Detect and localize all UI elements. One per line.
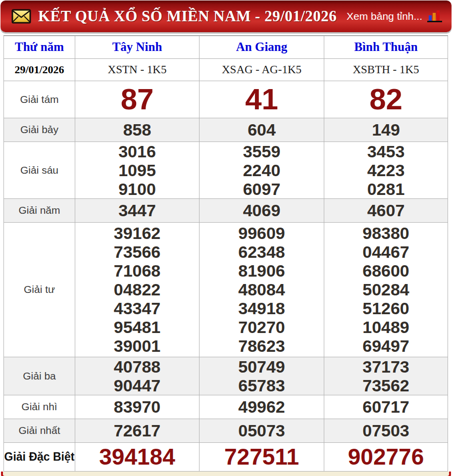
envelope-icon	[11, 9, 31, 24]
prize-number: 3559 2240 6097	[200, 142, 324, 198]
prize-label: Giải năm	[4, 198, 75, 222]
date-row: 29/01/2026 XSTN - 1K5 XSAG - AG-1K5 XSBT…	[4, 58, 448, 81]
prize-label: Giải Đặc Biệt	[4, 442, 75, 471]
lottery-results-widget: KẾT QUẢ XỔ SỐ MIỀN NAM - 29/01/2026 Xem …	[0, 0, 452, 476]
prize-number: 41	[200, 81, 324, 118]
prize-label: Giải tám	[4, 81, 75, 118]
prize-label: Giải nhất	[4, 419, 75, 442]
prize-number: 40788 90447	[75, 357, 200, 395]
prize-label: Giải nhì	[4, 395, 75, 419]
widget-footer	[1, 472, 451, 476]
prize-number: 4069	[200, 198, 324, 222]
prize-number: 727511	[200, 442, 324, 471]
prize-number: 82	[324, 81, 448, 118]
prize-row-giai-ba: Giải ba 40788 90447 50749 65783 37173 73…	[4, 357, 448, 395]
prize-number: 07503	[324, 419, 448, 442]
prize-number: 3016 1095 9100	[75, 142, 200, 198]
prize-number: 99609 62348 81906 48084 34918 70270 7862…	[200, 222, 324, 357]
prize-number: 50749 65783	[200, 357, 324, 395]
prize-number: 604	[200, 118, 324, 142]
prize-number: 87	[75, 81, 200, 118]
prize-number: 49962	[200, 395, 324, 419]
column-header-day: Thứ năm	[4, 36, 75, 58]
prize-row-giai-nam: Giải năm 3447 4069 4607	[4, 198, 448, 222]
bar-chart-icon	[427, 10, 443, 23]
prize-number: 83970	[75, 395, 200, 419]
page-title: KẾT QUẢ XỔ SỐ MIỀN NAM - 29/01/2026	[38, 7, 347, 25]
prize-label: Giải sáu	[4, 142, 75, 198]
day-link[interactable]: Thứ năm	[15, 40, 64, 53]
prize-label: Giải bảy	[4, 118, 75, 142]
prize-number: 3453 4223 0281	[324, 142, 448, 198]
prize-label: Giải ba	[4, 357, 75, 395]
results-table: Thứ năm Tây Ninh An Giang Bình Thuận 29/…	[3, 35, 448, 472]
draw-code: XSBTH - 1K5	[324, 58, 448, 81]
prize-number: 05073	[200, 419, 324, 442]
prize-row-giai-bay: Giải bảy 858 604 149	[4, 118, 448, 142]
prize-number: 60717	[324, 395, 448, 419]
prize-number: 4607	[324, 198, 448, 222]
column-header-binh-thuan: Bình Thuận	[324, 36, 448, 58]
prize-label: Giải tư	[4, 222, 75, 357]
draw-code: XSTN - 1K5	[75, 58, 200, 81]
prize-number: 394184	[75, 442, 200, 471]
prize-row-giai-dac-biet: Giải Đặc Biệt 394184 727511 902776	[4, 442, 448, 471]
prize-number: 858	[75, 118, 200, 142]
prize-number: 98380 04467 68600 50284 51260 10489 6949…	[324, 222, 448, 357]
province-link-tay-ninh[interactable]: Tây Ninh	[112, 40, 162, 53]
province-link-binh-thuan[interactable]: Bình Thuận	[354, 40, 417, 53]
prize-row-giai-tu: Giải tư 39162 73566 71068 04822 43347 95…	[4, 222, 448, 357]
view-province-table-label: Xem bảng tỉnh...	[347, 10, 422, 22]
prize-number: 3447	[75, 198, 200, 222]
column-header-an-giang: An Giang	[200, 36, 324, 58]
prize-row-giai-tam: Giải tám 87 41 82	[4, 81, 448, 118]
prize-number: 72617	[75, 419, 200, 442]
prize-row-giai-sau: Giải sáu 3016 1095 9100 3559 2240 6097 3…	[4, 142, 448, 198]
draw-code: XSAG - AG-1K5	[200, 58, 324, 81]
prize-number: 37173 73562	[324, 357, 448, 395]
column-header-tay-ninh: Tây Ninh	[75, 36, 200, 58]
prize-row-giai-nhat: Giải nhất 72617 05073 07503	[4, 419, 448, 442]
draw-date: 29/01/2026	[4, 58, 75, 81]
table-header-row: Thứ năm Tây Ninh An Giang Bình Thuận	[4, 36, 448, 58]
view-province-table-link[interactable]: Xem bảng tỉnh...	[347, 10, 443, 23]
header-bar: KẾT QUẢ XỔ SỐ MIỀN NAM - 29/01/2026 Xem …	[0, 0, 452, 32]
province-link-an-giang[interactable]: An Giang	[236, 40, 288, 53]
prize-number: 149	[324, 118, 448, 142]
prize-row-giai-nhi: Giải nhì 83970 49962 60717	[4, 395, 448, 419]
prize-number: 39162 73566 71068 04822 43347 95481 3900…	[75, 222, 200, 357]
prize-number: 902776	[324, 442, 448, 471]
